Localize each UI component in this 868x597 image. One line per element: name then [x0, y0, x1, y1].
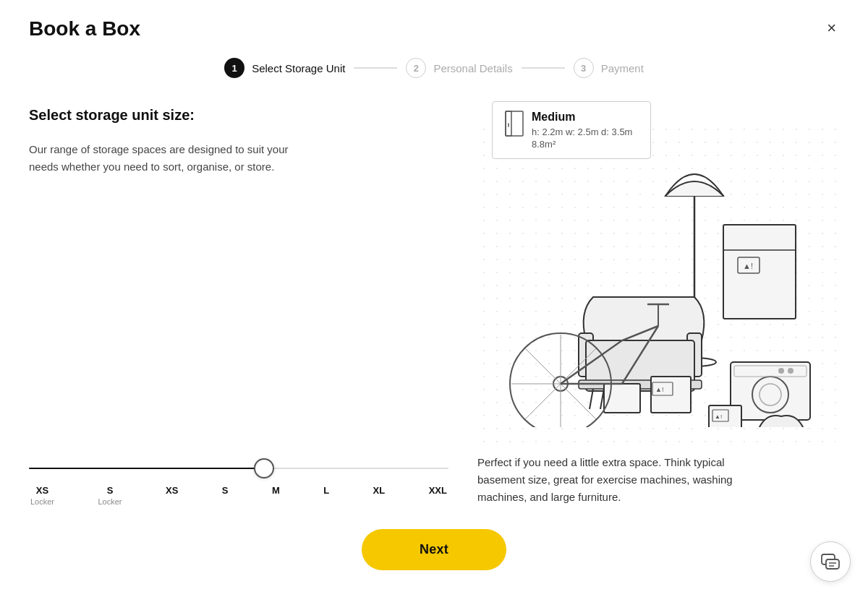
modal-header: Book a Box ×: [29, 17, 839, 40]
slider-label-l-main: L: [323, 485, 329, 496]
slider-label-s-locker-main: S: [107, 485, 114, 496]
slider-label-xxl-main: XXL: [429, 485, 447, 496]
slider-area: XS Locker S Locker XS S: [29, 431, 448, 506]
info-card: Medium h: 2.2m w: 2.5m d: 3.5m 8.8m²: [492, 101, 651, 159]
slider-track: [29, 468, 448, 469]
step-2: 2 Personal Details: [406, 58, 512, 78]
slider-label-s[interactable]: S: [222, 485, 229, 506]
info-card-text: Medium h: 2.2m w: 2.5m d: 3.5m 8.8m²: [532, 111, 632, 150]
step-divider-2: [522, 67, 565, 69]
close-button[interactable]: ×: [824, 17, 839, 39]
info-card-title: Medium: [532, 111, 632, 124]
step-3: 3 Payment: [574, 58, 644, 78]
slider-label-xs-main: XS: [166, 485, 178, 496]
info-card-area: 8.8m²: [532, 139, 632, 150]
step-1: 1 Select Storage Unit: [224, 58, 345, 78]
svg-rect-9: [731, 362, 810, 420]
slider-label-xl[interactable]: XL: [373, 485, 386, 506]
section-title: Select storage unit size:: [29, 107, 448, 124]
svg-text:▲!: ▲!: [743, 262, 753, 270]
illustration-area: ▲!: [477, 123, 839, 442]
slider-label-m-main: M: [272, 485, 280, 496]
next-button[interactable]: Next: [362, 529, 506, 570]
svg-line-35: [525, 348, 561, 384]
right-panel: Medium h: 2.2m w: 2.5m d: 3.5m 8.8m²: [477, 101, 839, 506]
chat-button[interactable]: [810, 541, 851, 582]
step-2-label: Personal Details: [433, 62, 512, 74]
slider-label-m[interactable]: M: [272, 485, 280, 506]
slider-label-l[interactable]: L: [323, 485, 329, 506]
slider-label-xs[interactable]: XS: [166, 485, 178, 506]
description-text: Our range of storage spaces are designed…: [29, 141, 304, 176]
step-2-circle: 2: [406, 58, 426, 78]
step-3-circle: 3: [574, 58, 594, 78]
svg-point-14: [788, 368, 793, 374]
svg-line-19: [590, 389, 593, 409]
main-content: Select storage unit size: Our range of s…: [29, 101, 839, 506]
slider-label-xl-main: XL: [373, 485, 386, 496]
storage-illustration: ▲!: [492, 138, 825, 427]
modal-title: Book a Box: [29, 17, 140, 40]
slider-label-s-main: S: [222, 485, 229, 496]
left-panel: Select storage unit size: Our range of s…: [29, 101, 448, 506]
chat-icon: [820, 551, 841, 572]
svg-text:▲!: ▲!: [715, 413, 722, 420]
slider-label-xxl[interactable]: XXL: [429, 485, 447, 506]
stepper: 1 Select Storage Unit 2 Personal Details…: [29, 46, 839, 101]
slider-label-xs-locker-sub: Locker: [30, 497, 54, 506]
step-3-label: Payment: [601, 62, 644, 74]
modal: Book a Box × 1 Select Storage Unit 2 Per…: [0, 0, 868, 597]
slider-label-xs-locker-main: XS: [36, 485, 48, 496]
slider-track-container: [29, 460, 448, 476]
slider-labels: XS Locker S Locker XS S: [29, 485, 448, 506]
svg-line-34: [525, 384, 561, 419]
storage-unit-icon: [504, 111, 524, 140]
step-divider-1: [354, 67, 397, 69]
slider-label-s-locker-sub: Locker: [98, 497, 122, 506]
slider-thumb[interactable]: [254, 458, 274, 478]
info-card-dims: h: 2.2m w: 2.5m d: 3.5m: [532, 126, 632, 137]
step-1-circle: 1: [224, 58, 244, 78]
svg-text:▲!: ▲!: [655, 386, 663, 393]
slider-label-xs-locker[interactable]: XS Locker: [30, 485, 54, 506]
next-button-area: Next: [29, 529, 839, 570]
slider-fill: [29, 468, 264, 469]
svg-point-13: [778, 368, 784, 374]
step-1-label: Select Storage Unit: [252, 62, 345, 74]
storage-description: Perfect if you need a little extra space…: [477, 454, 752, 506]
slider-label-s-locker[interactable]: S Locker: [98, 485, 122, 506]
svg-rect-43: [826, 559, 839, 569]
svg-rect-39: [709, 405, 741, 427]
